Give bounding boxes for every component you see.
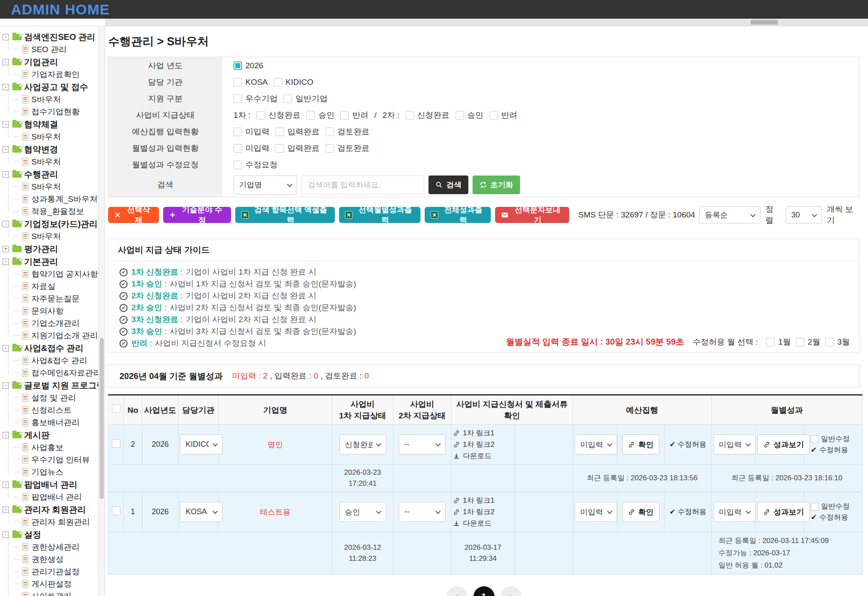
sidebar-item[interactable]: 설정 및 관리 [3,392,98,404]
checkbox-box[interactable] [326,144,334,153]
checkbox-option[interactable]: 우수기업 [234,93,278,104]
doc-link-1[interactable]: 1차 링크1 [453,427,513,439]
sidebar-scrollbar-thumb[interactable] [100,338,104,499]
monthly-view-button[interactable]: 성과보기 [757,434,810,454]
normal-edit-checkbox[interactable]: 일반수정 [806,501,860,512]
collapse-icon[interactable]: - [3,121,9,128]
monthly-edit-allow[interactable]: ✔수정허용 [806,445,860,456]
excel-export-all-button[interactable]: 전체성과출력 [425,207,491,223]
sidebar-folder[interactable]: -✔팝업배너 관리 [3,478,98,491]
collapse-icon[interactable]: - [3,382,9,389]
search-input[interactable] [301,175,424,195]
checkbox-option[interactable]: 신청완료 [256,110,300,121]
sidebar-item[interactable]: SEO 관리 [3,43,98,56]
doc-link-2[interactable]: 1차 링크2 [453,439,513,450]
sidebar-folder[interactable]: -✔수행관리 [3,168,98,181]
delete-selected-button[interactable]: 선택삭제 [108,207,159,223]
sidebar-item[interactable]: 자주묻는질문 [3,292,98,305]
checkbox-option[interactable]: 승인 [456,110,484,121]
checkbox-box[interactable] [234,61,242,70]
sidebar-folder[interactable]: -✔설정 [3,528,98,541]
checkbox-option[interactable]: 검토완료 [326,126,370,137]
sidebar-item[interactable]: 기업소개관리 [3,317,98,329]
checkbox-option[interactable]: 입력완료 [275,143,320,154]
checkbox-box[interactable] [234,78,242,86]
sidebar-folder[interactable]: -✔협약체결 [3,118,98,131]
download-link[interactable]: 다운로드 [453,518,513,529]
collapse-icon[interactable]: - [3,259,9,265]
checkbox-option[interactable]: 수정요청 [234,159,278,170]
checkbox-option[interactable]: 2월 [796,337,821,348]
budget-status-select[interactable]: 미입력 [575,434,617,454]
collapse-icon[interactable]: - [3,171,9,178]
search-button[interactable]: 검색 [428,175,468,194]
checkbox-option[interactable]: 3월 [825,337,850,348]
collapse-icon[interactable]: - [3,482,9,488]
checkbox-box[interactable] [811,503,818,510]
sidebar-item[interactable]: 관리기관설정 [3,565,98,578]
sidebar-item[interactable]: 권한상세관리 [3,541,98,553]
pay1-status-select[interactable]: 승인 [339,502,386,522]
sidebar-folder[interactable]: -✔기업정보(카드)관리 [3,217,98,230]
budget-confirm-button[interactable]: 확인 [622,502,659,522]
tech-field-edit-button[interactable]: 기술분야 수정 [163,207,231,223]
checkbox-box[interactable] [256,111,265,120]
budget-confirm-button[interactable]: 확인 [622,434,659,454]
checkbox-box[interactable] [825,338,834,346]
sidebar-item[interactable]: 기업자료확인 [3,68,98,81]
sidebar-item[interactable]: 팝업배너 관리 [3,491,98,503]
sidebar-folder[interactable]: -✔사업&접수 관리 [3,342,98,354]
org-select[interactable]: KIDICC [180,434,223,454]
checkbox-box[interactable] [490,111,498,120]
download-link[interactable]: 다운로드 [453,450,513,462]
checkbox-box[interactable] [811,435,818,443]
checkbox-option[interactable]: KIDICO [274,78,313,87]
sidebar-item[interactable]: S바우처 [3,230,98,242]
monthly-status-select[interactable]: 미입력 [713,502,756,522]
checkbox-box[interactable] [766,338,775,346]
monthly-edit-allow[interactable]: ✔수정허용 [806,512,860,523]
checkbox-option[interactable]: 승인 [306,110,334,121]
checkbox-option[interactable]: 반려 [490,110,517,121]
checkbox-option[interactable]: 2026 [234,61,263,70]
sidebar-item[interactable]: 문의사항 [3,305,98,317]
sidebar-item[interactable]: 적용_환율정보 [3,205,98,217]
row-checkbox[interactable] [112,507,120,515]
checkbox-option[interactable]: 검토완료 [326,143,370,154]
sidebar-folder[interactable]: -✔관리자 회원관리 [3,503,98,516]
pay2-status-select[interactable]: -- [399,434,445,454]
search-field-select[interactable]: 기업명 [234,175,297,195]
checkbox-box[interactable] [306,111,315,120]
company-name-link[interactable]: 명인 [219,425,332,465]
excel-export-search-button[interactable]: 검색 항목선택 엑셀출력 [235,207,335,223]
checkbox-box[interactable] [234,128,242,136]
collapse-icon[interactable]: - [3,507,9,513]
budget-edit-allow[interactable]: ✔수정허용 [669,507,706,517]
checkbox-box[interactable] [234,95,242,103]
sidebar-item[interactable]: S바우처 [3,156,98,168]
checkbox-box[interactable] [406,111,414,120]
horizontal-scrollbar-thumb[interactable] [751,20,778,25]
checkbox-option[interactable]: KOSA [234,78,268,87]
expand-icon[interactable]: + [3,246,9,252]
sidebar-item[interactable]: 사이트관리 [3,590,98,596]
sidebar-item[interactable]: 권한생성 [3,553,98,565]
sidebar-folder[interactable]: -✔글로벌 지원 프로그램 관리 [3,379,98,392]
collapse-icon[interactable]: - [3,84,9,90]
checkbox-box[interactable] [275,144,284,153]
pagination-prev-button[interactable]: ‹ [446,586,467,596]
collapse-icon[interactable]: - [3,432,9,438]
collapse-icon[interactable]: - [3,345,9,351]
sidebar-item[interactable]: 사업&접수 관리 [3,354,98,367]
collapse-icon[interactable]: - [3,34,9,40]
sidebar-item[interactable]: 협약기업 공지사항 [3,268,98,280]
sidebar-item[interactable]: 우수기업 인터뷰 [3,454,98,466]
checkbox-option[interactable]: 일반기업 [284,93,328,104]
sidebar-folder[interactable]: -✔협약변경 [3,143,98,156]
sidebar-folder[interactable]: -✔검색엔진SEO 관리 [3,31,98,43]
sidebar-folder[interactable]: -✔게시판 [3,429,98,441]
checkbox-option[interactable]: 1월 [766,337,791,348]
budget-status-select[interactable]: 미입력 [575,502,617,522]
checkbox-box[interactable] [326,128,334,136]
pay2-status-select[interactable]: -- [399,502,445,522]
